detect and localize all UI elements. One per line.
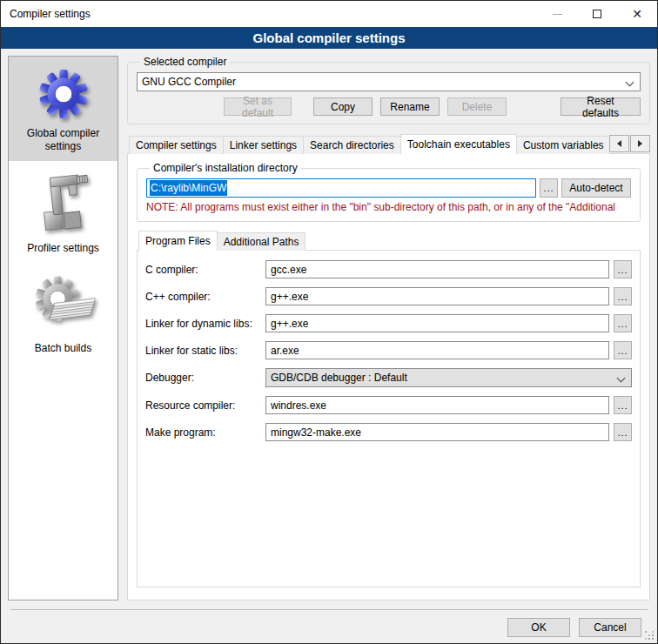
cpp-compiler-input[interactable] bbox=[265, 287, 609, 305]
arrow-left-icon bbox=[617, 140, 621, 147]
tab-program-files[interactable]: Program Files bbox=[138, 231, 218, 251]
cpp-compiler-browse-button[interactable]: ... bbox=[614, 287, 632, 305]
programs-notebook: Program Files Additional Paths C compile… bbox=[137, 231, 641, 587]
window-controls: ✕ bbox=[537, 1, 657, 27]
c-compiler-input[interactable] bbox=[265, 260, 609, 278]
sidebar-item-profiler-settings[interactable]: Profiler settings bbox=[9, 161, 118, 263]
gear-stack-icon bbox=[30, 273, 97, 336]
toolchain-executables-page: Compiler's installation directory C:\ray… bbox=[127, 153, 650, 600]
page-title: Global compiler settings bbox=[1, 27, 657, 49]
sidebar-item-label: Batch builds bbox=[11, 342, 115, 355]
caliper-icon bbox=[33, 171, 94, 236]
close-icon: ✕ bbox=[632, 8, 642, 20]
selected-compiler-legend: Selected compiler bbox=[140, 56, 230, 68]
field-row-c-compiler: C compiler: ... bbox=[145, 260, 632, 278]
tabstrip: Compiler settings Linker settings Search… bbox=[127, 134, 650, 154]
titlebar[interactable]: Compiler settings ✕ bbox=[1, 1, 657, 27]
field-row-resource-compiler: Resource compiler: ... bbox=[145, 396, 632, 414]
dynamic-linker-input[interactable] bbox=[265, 314, 609, 332]
tab-custom-variables[interactable]: Custom variables bbox=[516, 136, 608, 154]
minimize-icon bbox=[553, 14, 562, 15]
sidebar-item-label: Profiler settings bbox=[11, 242, 115, 255]
c-compiler-browse-button[interactable]: ... bbox=[614, 260, 632, 278]
field-label: Resource compiler: bbox=[145, 399, 265, 412]
make-program-input[interactable] bbox=[265, 423, 609, 441]
dialog-body: Global compiler settings bbox=[1, 49, 657, 643]
program-files-page: C compiler: ... C++ compiler: ... bbox=[137, 250, 641, 587]
debugger-select-value: GDB/CDB debugger : Default bbox=[271, 372, 407, 384]
static-linker-browse-button[interactable]: ... bbox=[614, 341, 632, 359]
maximize-button[interactable] bbox=[577, 1, 617, 27]
dynamic-linker-browse-button[interactable]: ... bbox=[614, 314, 632, 332]
gear-blue-icon bbox=[37, 67, 91, 121]
cancel-button[interactable]: Cancel bbox=[579, 618, 641, 637]
installation-directory-group: Compiler's installation directory C:\ray… bbox=[137, 162, 641, 222]
delete-button[interactable]: Delete bbox=[447, 97, 507, 116]
compiler-settings-dialog: Compiler settings ✕ Global compiler sett… bbox=[0, 0, 658, 644]
settings-notebook: Compiler settings Linker settings Search… bbox=[127, 134, 650, 600]
field-row-dynamic-linker: Linker for dynamic libs: ... bbox=[145, 314, 632, 332]
field-row-cpp-compiler: C++ compiler: ... bbox=[145, 287, 632, 305]
static-linker-input[interactable] bbox=[265, 341, 609, 359]
field-row-debugger: Debugger: GDB/CDB debugger : Default bbox=[145, 368, 632, 387]
resize-grip[interactable] bbox=[645, 631, 655, 641]
compiler-select[interactable]: GNU GCC Compiler bbox=[137, 72, 641, 91]
selected-path-text: C:\raylib\MinGW bbox=[150, 180, 227, 196]
tab-additional-paths[interactable]: Additional Paths bbox=[217, 232, 306, 251]
sidebar-item-batch-builds[interactable]: Batch builds bbox=[9, 263, 118, 363]
field-label: Debugger: bbox=[145, 372, 265, 384]
make-program-browse-button[interactable]: ... bbox=[614, 423, 632, 441]
sidebar-item-global-compiler-settings[interactable]: Global compiler settings bbox=[9, 57, 118, 161]
compiler-actions: Set as default Copy Rename Delete Reset … bbox=[137, 97, 641, 116]
sidebar-item-label: Global compiler settings bbox=[11, 127, 115, 153]
chevron-down-icon bbox=[617, 374, 626, 383]
field-row-make-program: Make program: ... bbox=[145, 423, 632, 441]
arrow-right-icon bbox=[638, 140, 642, 147]
close-button[interactable]: ✕ bbox=[617, 1, 657, 27]
selected-compiler-group: Selected compiler GNU GCC Compiler Set a… bbox=[127, 56, 650, 124]
tab-search-directories[interactable]: Search directories bbox=[303, 136, 401, 154]
tab-linker-settings[interactable]: Linker settings bbox=[223, 136, 304, 154]
tab-compiler-settings[interactable]: Compiler settings bbox=[129, 136, 224, 154]
footer: OK Cancel bbox=[8, 610, 650, 637]
window-title: Compiler settings bbox=[1, 8, 537, 20]
auto-detect-button[interactable]: Auto-detect bbox=[561, 178, 631, 198]
ok-button[interactable]: OK bbox=[507, 618, 570, 637]
field-label: C compiler: bbox=[145, 264, 265, 276]
tab-scroll-right-button[interactable] bbox=[630, 135, 650, 152]
resource-compiler-input[interactable] bbox=[265, 396, 609, 414]
settings-category-list: Global compiler settings bbox=[8, 56, 118, 600]
installation-directory-browse-button[interactable]: ... bbox=[540, 178, 558, 198]
chevron-down-icon bbox=[626, 78, 634, 87]
installation-directory-input[interactable]: C:\raylib\MinGW bbox=[146, 178, 536, 198]
field-label: Linker for static libs: bbox=[145, 345, 265, 357]
copy-button[interactable]: Copy bbox=[313, 97, 373, 116]
main-panel: Selected compiler GNU GCC Compiler Set a… bbox=[127, 56, 650, 600]
field-label: Linker for dynamic libs: bbox=[145, 318, 265, 330]
debugger-select[interactable]: GDB/CDB debugger : Default bbox=[265, 368, 632, 387]
maximize-icon bbox=[593, 10, 601, 18]
resource-compiler-browse-button[interactable]: ... bbox=[614, 396, 632, 414]
field-label: Make program: bbox=[145, 426, 265, 439]
set-as-default-button[interactable]: Set as default bbox=[224, 97, 292, 116]
installation-directory-legend: Compiler's installation directory bbox=[150, 162, 301, 174]
tab-toolchain-executables[interactable]: Toolchain executables bbox=[400, 134, 517, 154]
rename-button[interactable]: Rename bbox=[380, 97, 440, 116]
field-row-static-linker: Linker for static libs: ... bbox=[145, 341, 632, 359]
compiler-select-value: GNU GCC Compiler bbox=[142, 76, 236, 88]
field-label: C++ compiler: bbox=[145, 291, 265, 303]
reset-defaults-button[interactable]: Reset defaults bbox=[561, 97, 641, 116]
tab-scroll-left-button[interactable] bbox=[609, 135, 629, 152]
bin-subdirectory-note: NOTE: All programs must exist either in … bbox=[146, 201, 631, 213]
minimize-button[interactable] bbox=[537, 1, 577, 27]
